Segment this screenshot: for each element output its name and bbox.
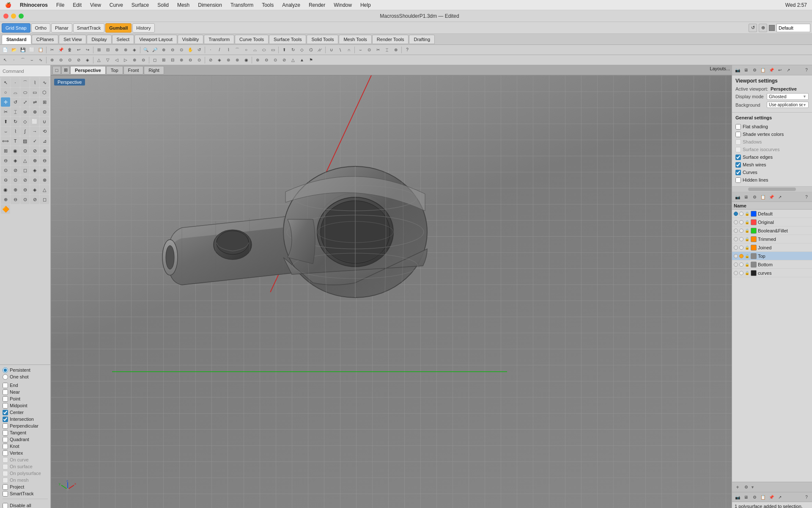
layer-color-bottom[interactable] <box>751 262 757 268</box>
tool2-c3[interactable]: ◁ <box>112 56 121 64</box>
side-tool-t2[interactable]: ⊙ <box>11 175 20 185</box>
tab-viewport-layout[interactable]: Viewport Layout <box>134 35 177 44</box>
snap-onpolysurface[interactable]: On polysurface <box>3 470 48 477</box>
side-tool-v3[interactable]: ⊙ <box>20 195 30 204</box>
side-tool-t5[interactable]: ⊗ <box>40 175 49 185</box>
tool-sweep2[interactable]: ⌭ <box>315 46 324 54</box>
display-mode-dropdown[interactable]: Ghosted ▼ <box>767 93 809 100</box>
tool2-e2[interactable]: ◈ <box>215 56 224 64</box>
side-tool-xform[interactable]: ⊕ <box>40 146 49 155</box>
side-tool-osnap[interactable]: ⊙ <box>20 146 30 155</box>
side-tool-u2[interactable]: ⊕ <box>11 185 20 194</box>
side-tool-snap2[interactable]: ⊘ <box>30 146 39 155</box>
history-btn[interactable]: History <box>132 23 154 33</box>
tool2-crv1[interactable]: ⌒ <box>19 56 27 64</box>
tool-help[interactable]: ? <box>403 46 411 54</box>
app-name[interactable]: Rhinoceros <box>18 1 49 9</box>
bpanel-icon1[interactable]: 📷 <box>734 493 741 501</box>
side-tool-surface[interactable]: ⬜ <box>30 117 39 126</box>
tab-solid-tools[interactable]: Solid Tools <box>307 35 338 44</box>
tool-zoom-window[interactable]: ⊙ <box>177 46 186 54</box>
tool-curve[interactable]: ⌒ <box>233 46 241 54</box>
snap-onpolysurface-cb[interactable] <box>3 471 8 476</box>
snap-tangent-cb[interactable] <box>3 430 8 436</box>
snap-tangent[interactable]: Tangent <box>3 429 48 436</box>
tool-pan[interactable]: ✋ <box>186 46 195 54</box>
side-tool-render-btn[interactable]: ◉ <box>11 146 20 155</box>
tool2-f1[interactable]: ⊕ <box>253 56 262 64</box>
menu-edit[interactable]: Edit <box>71 1 83 9</box>
tool2-c5[interactable]: ⊕ <box>130 56 139 64</box>
minimize-button[interactable] <box>11 14 16 19</box>
snap-point-cb[interactable] <box>3 396 8 402</box>
tool2-crv3[interactable]: ∿ <box>36 56 45 64</box>
tool2-c6[interactable]: ⊖ <box>139 56 148 64</box>
layer-color-default[interactable] <box>751 211 757 217</box>
flat-shading-cb[interactable] <box>735 124 741 130</box>
side-tool-rebuild[interactable]: ⟲ <box>40 127 49 136</box>
ortho-btn[interactable]: Ortho <box>31 23 51 33</box>
tool-sweep1[interactable]: ⌬ <box>307 46 315 54</box>
snap-midpoint[interactable]: Midpoint <box>3 402 48 409</box>
bpanel-icon2[interactable]: 🖥 <box>742 493 750 501</box>
tool2-b4[interactable]: ⊘ <box>74 56 83 64</box>
maximize-button[interactable] <box>19 14 24 19</box>
layer-default[interactable]: 🔒 Default <box>732 210 812 218</box>
surface-iso-cb[interactable] <box>735 147 741 152</box>
menu-window[interactable]: Window <box>332 1 354 9</box>
snap-end-cb[interactable] <box>3 383 8 388</box>
side-tool-dimension[interactable]: ⟺ <box>1 136 10 146</box>
tool2-e5[interactable]: ◉ <box>242 56 250 64</box>
tool-zoom-selected[interactable]: 🔎 <box>151 46 159 54</box>
layer-color-curves[interactable] <box>751 270 757 276</box>
snap-center[interactable]: Center <box>3 409 48 416</box>
tab-cplanes[interactable]: CPlanes <box>32 35 59 44</box>
tool2-d1[interactable]: ◻ <box>151 56 159 64</box>
tool-trim[interactable]: ✂ <box>374 46 382 54</box>
panel-icon-settings[interactable]: ⚙ <box>751 66 758 74</box>
snap-near-cb[interactable] <box>3 389 8 395</box>
snap-perpendicular[interactable]: Perpendicular <box>3 422 48 429</box>
side-tool-move[interactable]: ✛ <box>1 97 10 107</box>
tool-delete[interactable]: 🗑 <box>66 46 74 54</box>
side-tool-extrude[interactable]: ⬆ <box>1 117 10 126</box>
snap-end[interactable]: End <box>3 382 48 389</box>
snap-center-cb[interactable] <box>3 410 8 415</box>
layer-color-original[interactable] <box>751 219 757 225</box>
side-tool-select[interactable]: ↖ <box>1 78 10 87</box>
side-tool-grid[interactable]: ⊞ <box>1 146 10 155</box>
grid-snap-btn[interactable]: Grid Snap <box>2 23 30 33</box>
mesh-wires-cb[interactable] <box>735 162 741 168</box>
side-tool-check[interactable]: ✓ <box>30 136 39 146</box>
tab-visibility[interactable]: Visibility <box>178 35 204 44</box>
color-swatch[interactable] <box>769 25 775 31</box>
snap-intersection-cb[interactable] <box>3 417 8 422</box>
menu-render[interactable]: Render <box>307 1 327 9</box>
snap-smarttrack-cb[interactable] <box>3 491 8 497</box>
tool-zoom-in[interactable]: ⊕ <box>159 46 168 54</box>
hidden-lines-cb[interactable] <box>735 177 741 183</box>
layer-bottom[interactable]: 🔒 Bottom <box>732 260 812 269</box>
side-tool-v1[interactable]: ⊕ <box>1 195 10 204</box>
side-tool-rect[interactable]: ▭ <box>30 88 39 97</box>
tool-revolve[interactable]: ↻ <box>289 46 297 54</box>
side-tool-s5[interactable]: ⊕ <box>40 166 49 175</box>
side-tool-offset[interactable]: ⊙ <box>40 107 49 116</box>
side-tool-r3[interactable]: △ <box>20 156 30 165</box>
planar-btn[interactable]: Planar <box>51 23 72 33</box>
shade-vertex-cb[interactable] <box>735 132 741 137</box>
snap-project-cb[interactable] <box>3 484 8 490</box>
menu-view[interactable]: View <box>88 1 103 9</box>
tool-polyline[interactable]: ⌇ <box>224 46 233 54</box>
menu-file[interactable]: File <box>55 1 66 9</box>
snap-disableall-cb[interactable] <box>3 503 8 508</box>
gumball-btn[interactable]: Gumball <box>105 23 132 33</box>
side-tool-spline[interactable]: ∿ <box>40 78 49 87</box>
side-tool-analyze[interactable]: ⊿ <box>40 136 49 146</box>
snap-perpendicular-cb[interactable] <box>3 423 8 429</box>
tool-ellipse[interactable]: ⬭ <box>260 46 268 54</box>
layouts-button[interactable]: Layouts... <box>710 66 730 71</box>
vp-settings-scrollbar[interactable] <box>732 187 812 192</box>
snap-onmesh-cb[interactable] <box>3 478 8 483</box>
tool-offset[interactable]: ⊙ <box>365 46 373 54</box>
